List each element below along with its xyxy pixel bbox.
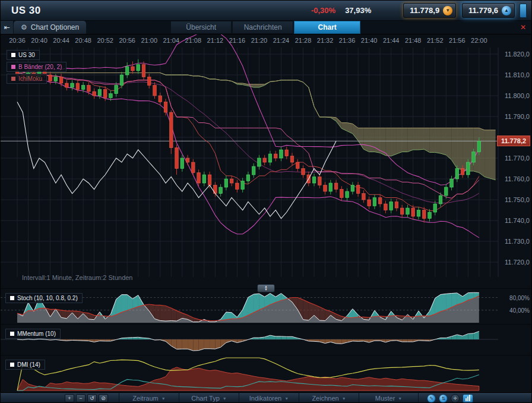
tab-bar: ⇤ ⚙ Chart Optionen Übersicht Nachrichten… bbox=[1, 21, 531, 34]
price-chart-canvas[interactable]: 20:3620:4020:4420:4820:5220:5621:0021:04… bbox=[1, 34, 532, 288]
series-swatch-icon bbox=[11, 77, 15, 81]
zoom-tools: + − ↺ ⊘ bbox=[65, 394, 108, 402]
chevron-down-icon: ▼ bbox=[223, 396, 227, 401]
svg-text:11.720,0: 11.720,0 bbox=[505, 259, 530, 266]
chevron-down-icon: ▼ bbox=[398, 396, 402, 401]
svg-text:21:32: 21:32 bbox=[317, 37, 334, 44]
svg-text:21:08: 21:08 bbox=[185, 37, 202, 44]
chevron-down-icon: ▼ bbox=[162, 396, 166, 401]
arrows-icon[interactable]: ⇅ bbox=[439, 394, 448, 403]
svg-text:20:44: 20:44 bbox=[53, 37, 69, 44]
series-swatch-icon bbox=[10, 296, 14, 300]
svg-text:21:56: 21:56 bbox=[449, 37, 466, 44]
header: US 30 -0,30% 37,93% 11.778,9 ▼ 11.779,6 … bbox=[1, 1, 531, 21]
svg-text:21:36: 21:36 bbox=[339, 37, 356, 44]
legend-item-bbands[interactable]: B Bänder (20, 2) bbox=[7, 62, 66, 72]
change-percent: -0,30% bbox=[311, 6, 335, 15]
svg-text:40,00%: 40,00% bbox=[509, 307, 530, 314]
chevron-down-icon: ▼ bbox=[342, 396, 346, 401]
series-swatch-icon bbox=[11, 65, 15, 69]
svg-text:21:16: 21:16 bbox=[229, 37, 246, 44]
series-swatch-icon bbox=[11, 53, 15, 57]
menu-indikatoren[interactable]: Indikatoren▼ bbox=[239, 393, 299, 403]
collapse-left-icon[interactable]: ⇤ bbox=[1, 21, 14, 34]
close-icon[interactable]: ✕ bbox=[517, 21, 529, 34]
dmi-panel: DMI (14) bbox=[1, 355, 531, 392]
arrow-down-icon: ▼ bbox=[443, 6, 452, 15]
chart-options-button[interactable]: ⚙ Chart Optionen bbox=[14, 21, 86, 34]
svg-text:80,00%: 80,00% bbox=[509, 295, 530, 301]
svg-text:21:04: 21:04 bbox=[163, 37, 180, 44]
indicator-name: MMentum (10) bbox=[17, 330, 56, 337]
disable-icon[interactable]: ⊘ bbox=[99, 394, 108, 402]
current-price-tag: 11.778,2 bbox=[497, 136, 530, 146]
menu-label: Zeichnen bbox=[312, 395, 338, 402]
undo-icon[interactable]: ↺ bbox=[87, 394, 97, 402]
panel-collapse-handle[interactable]: ▲▼ bbox=[257, 284, 275, 292]
trading-chart-window: US 30 -0,30% 37,93% 11.778,9 ▼ 11.779,6 … bbox=[0, 0, 532, 403]
tab-uebersicht[interactable]: Übersicht bbox=[170, 21, 232, 34]
price-chart-area: 20:3620:4020:4420:4820:5220:5621:0021:04… bbox=[1, 34, 531, 288]
svg-text:11.740,0: 11.740,0 bbox=[505, 217, 530, 224]
buy-price-button[interactable]: 11.779,6 ▲ bbox=[462, 3, 515, 18]
chart-options-label: Chart Optionen bbox=[31, 23, 79, 32]
sell-price-button[interactable]: 11.778,9 ▼ bbox=[403, 3, 456, 18]
svg-text:11.800,0: 11.800,0 bbox=[505, 92, 530, 99]
svg-text:11.760,0: 11.760,0 bbox=[505, 175, 530, 182]
zoom-in-button[interactable]: + bbox=[65, 394, 74, 402]
instrument-title: US 30 bbox=[11, 5, 41, 17]
legend-item-us30[interactable]: US 30 bbox=[7, 50, 40, 60]
legend-label: US 30 bbox=[18, 52, 35, 58]
interval-note: Intervall:1 Minute, Zeitraum:2 Stunden bbox=[22, 274, 132, 281]
stochastic-panel: ▲▼ 80,00%40,00% Stoch (10, 10, 0.8, 0.2) bbox=[1, 288, 531, 324]
indicator-name: DMI (14) bbox=[17, 361, 40, 368]
svg-text:11.750,0: 11.750,0 bbox=[505, 196, 530, 203]
chevron-down-icon: ▼ bbox=[284, 396, 289, 401]
menu-label: Zeitraum bbox=[132, 395, 158, 402]
tab-chart[interactable]: Chart bbox=[294, 21, 360, 34]
momentum-canvas[interactable] bbox=[1, 325, 532, 355]
svg-text:20:48: 20:48 bbox=[75, 37, 91, 44]
svg-text:21:40: 21:40 bbox=[361, 37, 378, 44]
pencil-icon[interactable]: ✎ bbox=[427, 394, 436, 403]
series-swatch-icon bbox=[10, 332, 14, 336]
svg-text:11.810,0: 11.810,0 bbox=[505, 71, 530, 78]
crosshair-icon[interactable]: ✛ bbox=[451, 394, 460, 403]
chart-style-icon[interactable] bbox=[463, 394, 473, 403]
series-swatch-icon bbox=[10, 363, 14, 367]
svg-text:11.770,0: 11.770,0 bbox=[505, 155, 530, 162]
menu-zeichnen[interactable]: Zeichnen▼ bbox=[299, 393, 359, 403]
bottom-toolbar: + − ↺ ⊘ Zeitraum▼ Chart Typ▼ Indikatoren… bbox=[1, 392, 531, 403]
dmi-label[interactable]: DMI (14) bbox=[5, 360, 45, 370]
svg-text:21:52: 21:52 bbox=[427, 37, 444, 44]
sell-price-value: 11.778,9 bbox=[410, 6, 439, 15]
svg-text:21:20: 21:20 bbox=[251, 37, 268, 44]
tab-nachrichten[interactable]: Nachrichten bbox=[232, 21, 293, 34]
dmi-canvas[interactable] bbox=[1, 355, 532, 392]
momentum-label[interactable]: MMentum (10) bbox=[5, 329, 61, 339]
svg-text:21:44: 21:44 bbox=[383, 37, 400, 44]
svg-text:21:24: 21:24 bbox=[273, 37, 290, 44]
stochastic-label[interactable]: Stoch (10, 10, 0.8, 0.2) bbox=[5, 293, 83, 303]
gear-icon: ⚙ bbox=[21, 23, 27, 32]
svg-text:22:00: 22:00 bbox=[471, 37, 487, 44]
legend-item-ichimoku[interactable]: IchiMoku bbox=[7, 74, 47, 84]
svg-text:21:48: 21:48 bbox=[405, 37, 422, 44]
svg-text:20:56: 20:56 bbox=[119, 37, 135, 44]
menu-chart-typ[interactable]: Chart Typ▼ bbox=[179, 393, 239, 403]
svg-text:21:28: 21:28 bbox=[295, 37, 312, 44]
toolbar-menus: Zeitraum▼ Chart Typ▼ Indikatoren▼ Zeichn… bbox=[119, 393, 419, 403]
menu-label: Muster bbox=[375, 395, 395, 402]
legend-label: IchiMoku bbox=[18, 75, 42, 82]
menu-muster[interactable]: Muster▼ bbox=[359, 393, 419, 403]
svg-text:21:12: 21:12 bbox=[207, 37, 224, 44]
chart-legend: US 30 B Bänder (20, 2) IchiMoku bbox=[7, 50, 66, 86]
zoom-out-button[interactable]: − bbox=[76, 394, 86, 402]
legend-label: B Bänder (20, 2) bbox=[18, 64, 62, 70]
momentum-panel: MMentum (10) bbox=[1, 324, 531, 355]
header-edge-button[interactable] bbox=[520, 4, 527, 18]
menu-zeitraum[interactable]: Zeitraum▼ bbox=[119, 393, 179, 403]
right-tools: ✎ ⇅ ✛ bbox=[427, 394, 473, 403]
indicator-name: Stoch (10, 10, 0.8, 0.2) bbox=[17, 295, 78, 301]
buy-price-value: 11.779,6 bbox=[468, 6, 498, 15]
